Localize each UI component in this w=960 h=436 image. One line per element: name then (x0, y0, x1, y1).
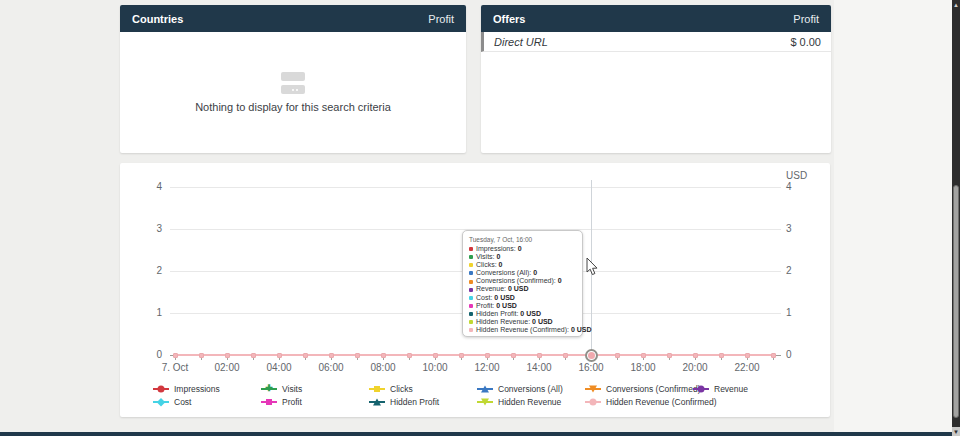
data-point-marker[interactable] (355, 353, 360, 358)
legend-label: Hidden Revenue (Confirmed) (606, 397, 717, 407)
legend-item[interactable]: ✚Visits (261, 382, 369, 395)
legend-item[interactable]: Profit (261, 395, 369, 408)
x-axis-label: 20:00 (665, 362, 725, 373)
y-axis-label-right: 1 (786, 307, 792, 318)
tooltip-row: Profit: 0 USD (469, 302, 576, 310)
data-point-marker[interactable] (381, 353, 386, 358)
scrollbar-thumb[interactable] (953, 185, 959, 418)
data-point-marker[interactable] (407, 353, 412, 358)
legend-plus-icon: ✚ (261, 388, 277, 390)
tooltip-row: Visits: 0 (469, 253, 576, 261)
data-point-marker[interactable] (485, 353, 490, 358)
legend-item[interactable]: Hidden Profit (369, 395, 477, 408)
tooltip-bullet-icon (469, 255, 473, 259)
circle-marker-icon (698, 385, 705, 392)
data-point-marker[interactable] (667, 353, 672, 358)
offers-title: Offers (493, 13, 525, 25)
legend-label: Hidden Revenue (498, 397, 561, 407)
y-axis-label-left: 0 (128, 349, 162, 360)
legend-triangle-up-icon (369, 401, 385, 403)
legend-label: Conversions (All) (498, 384, 563, 394)
offers-card: Offers Profit Direct URL $ 0.00 (481, 5, 831, 153)
vertical-scrollbar[interactable]: ▲ ▼ (952, 0, 960, 436)
data-point-marker[interactable] (771, 353, 776, 358)
data-point-marker[interactable] (251, 353, 256, 358)
legend-item[interactable]: Revenue (693, 382, 801, 395)
countries-card: Countries Profit Nothing to display for … (120, 5, 466, 153)
tooltip-rows: Impressions: 0Visits: 0Clicks: 0Conversi… (469, 245, 576, 334)
data-point-marker[interactable] (277, 353, 282, 358)
legend-item[interactable]: Clicks (369, 382, 477, 395)
tooltip-bullet-icon (469, 304, 473, 308)
tooltip-bullet-icon (469, 320, 473, 324)
legend-item[interactable]: Hidden Revenue (477, 395, 585, 408)
legend-triangle-down-icon (477, 401, 493, 403)
tooltip-title: Tuesday, 7 Oct, 16:00 (469, 236, 576, 243)
x-axis-label: 08:00 (353, 362, 413, 373)
legend-label: Hidden Profit (390, 397, 439, 407)
y-gridline (170, 187, 781, 188)
y-axis-label-right: 4 (786, 181, 792, 192)
tooltip-row: Clicks: 0 (469, 261, 576, 269)
x-axis-label: 22:00 (717, 362, 777, 373)
legend-item[interactable]: Hidden Revenue (Confirmed) (585, 395, 693, 408)
y-axis-label-left: 1 (128, 307, 162, 318)
x-axis-label: 16:00 (561, 362, 621, 373)
legend-diamond-icon (153, 401, 169, 403)
data-point-marker[interactable] (433, 353, 438, 358)
data-point-marker[interactable] (615, 353, 620, 358)
legend-label: Impressions (174, 384, 220, 394)
tooltip-bullet-icon (469, 328, 473, 332)
offer-name[interactable]: Direct URL (494, 36, 548, 48)
legend-item[interactable]: Impressions (153, 382, 261, 395)
scroll-down-button[interactable]: ▼ (952, 427, 960, 436)
offer-profit-value: $ 0.00 (790, 36, 821, 48)
countries-profit-column-header: Profit (428, 13, 454, 25)
data-point-marker[interactable] (459, 353, 464, 358)
legend-item[interactable]: Conversions (Confirmed) (585, 382, 693, 395)
legend-circle-icon (585, 401, 601, 403)
data-point-marker[interactable] (329, 353, 334, 358)
chart-legend: Impressions✚VisitsClicksConversions (All… (153, 382, 801, 408)
data-point-marker[interactable] (225, 353, 230, 358)
highlighted-point[interactable] (585, 349, 598, 362)
circle-marker-icon (590, 398, 597, 405)
y-axis-label-left: 3 (128, 223, 162, 234)
scroll-up-button[interactable]: ▲ (952, 0, 960, 9)
tooltip-bullet-icon (469, 271, 473, 275)
legend-square-icon (369, 388, 385, 390)
data-point-marker[interactable] (173, 353, 178, 358)
data-point-marker[interactable] (563, 353, 568, 358)
data-point-marker[interactable] (641, 353, 646, 358)
empty-state: Nothing to display for this search crite… (120, 32, 466, 153)
square-marker-icon (266, 399, 272, 405)
data-point-marker[interactable] (199, 353, 204, 358)
legend-triangle-up-icon (477, 388, 493, 390)
chart-card: USD 00112233447. Oct02:0004:0006:0008:00… (120, 163, 830, 417)
highlighted-point-core (588, 352, 595, 359)
legend-item[interactable]: Conversions (All) (477, 382, 585, 395)
tooltip-row: Cost: 0 USD (469, 294, 576, 302)
data-point-marker[interactable] (745, 353, 750, 358)
x-axis-label: 12:00 (457, 362, 517, 373)
data-point-marker[interactable] (537, 353, 542, 358)
legend-item[interactable]: Cost (153, 395, 261, 408)
data-point-marker[interactable] (693, 353, 698, 358)
legend-label: Cost (174, 397, 191, 407)
plus-marker-icon: ✚ (265, 385, 273, 392)
scroll-up-icon: ▲ (953, 2, 959, 8)
data-point-marker[interactable] (719, 353, 724, 358)
data-point-marker[interactable] (303, 353, 308, 358)
x-axis-label: 18:00 (613, 362, 673, 373)
legend-label: Revenue (714, 384, 748, 394)
tooltip-bullet-icon (469, 288, 473, 292)
legend-label: Clicks (390, 384, 413, 394)
offer-row[interactable]: Direct URL $ 0.00 (481, 32, 831, 52)
mouse-cursor (586, 258, 598, 276)
triangle-down-marker-icon (481, 398, 489, 405)
legend-triangle-down-icon (585, 388, 601, 390)
tooltip-row: Conversions (All): 0 (469, 269, 576, 277)
data-point-marker[interactable] (511, 353, 516, 358)
x-axis-label: 14:00 (509, 362, 569, 373)
square-marker-icon (374, 386, 380, 392)
